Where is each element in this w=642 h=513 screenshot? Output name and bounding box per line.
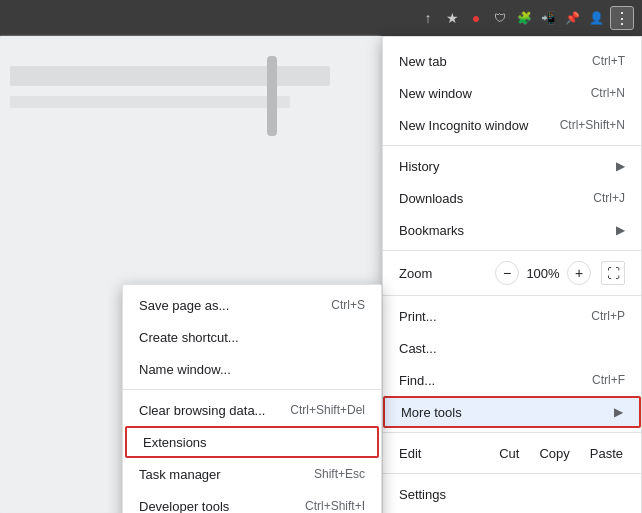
create-shortcut-label: Create shortcut... <box>139 330 365 345</box>
menu-item-new-window[interactable]: New window Ctrl+N <box>383 77 641 109</box>
menu-item-new-tab[interactable]: New tab Ctrl+T <box>383 45 641 77</box>
chrome-menu-button[interactable]: ⋮ <box>610 6 634 30</box>
more-tools-submenu: Save page as... Ctrl+S Create shortcut..… <box>122 284 382 513</box>
developer-tools-shortcut: Ctrl+Shift+I <box>305 499 365 513</box>
submenu-item-save-page[interactable]: Save page as... Ctrl+S <box>123 289 381 321</box>
save-page-shortcut: Ctrl+S <box>331 298 365 312</box>
menu-item-history[interactable]: History ▶ <box>383 150 641 182</box>
find-label: Find... <box>399 373 584 388</box>
cast-label: Cast... <box>399 341 625 356</box>
page-content-bar1 <box>10 66 330 86</box>
menu-item-settings[interactable]: Settings <box>383 478 641 510</box>
task-manager-label: Task manager <box>139 467 306 482</box>
edit-label: Edit <box>391 446 489 461</box>
task-manager-shortcut: Shift+Esc <box>314 467 365 481</box>
bookmarks-arrow: ▶ <box>616 223 625 237</box>
submenu-divider <box>123 389 381 390</box>
page-area: New tab Ctrl+T New window Ctrl+N New Inc… <box>0 36 642 513</box>
save-page-label: Save page as... <box>139 298 323 313</box>
fullscreen-icon: ⛶ <box>607 266 620 281</box>
new-window-shortcut: Ctrl+N <box>591 86 625 100</box>
history-arrow: ▶ <box>616 159 625 173</box>
zoom-out-button[interactable]: − <box>495 261 519 285</box>
edit-row: Edit Cut Copy Paste <box>383 437 641 469</box>
profile-circle-icon[interactable]: 👤 <box>586 8 606 28</box>
more-tools-label: More tools <box>401 405 610 420</box>
clear-browsing-shortcut: Ctrl+Shift+Del <box>290 403 365 417</box>
bookmark-icon[interactable]: ★ <box>442 8 462 28</box>
menu-item-cast[interactable]: Cast... <box>383 332 641 364</box>
profile-icon-red[interactable]: ● <box>466 8 486 28</box>
extensions-label: Extensions <box>143 435 361 450</box>
menu-item-downloads[interactable]: Downloads Ctrl+J <box>383 182 641 214</box>
zoom-row: Zoom − 100% + ⛶ <box>383 255 641 291</box>
plus-icon: + <box>575 265 583 281</box>
phone-icon[interactable]: 📲 <box>538 8 558 28</box>
menu-section-zoom: Zoom − 100% + ⛶ <box>383 251 641 296</box>
menu-item-more-tools[interactable]: More tools ▶ <box>383 396 641 428</box>
submenu-item-name-window[interactable]: Name window... <box>123 353 381 385</box>
media-icon[interactable]: 📌 <box>562 8 582 28</box>
incognito-shortcut: Ctrl+Shift+N <box>560 118 625 132</box>
menu-section-edit: Edit Cut Copy Paste <box>383 433 641 474</box>
zoom-in-button[interactable]: + <box>567 261 591 285</box>
print-shortcut: Ctrl+P <box>591 309 625 323</box>
copy-button[interactable]: Copy <box>529 442 579 465</box>
submenu-item-clear-browsing[interactable]: Clear browsing data... Ctrl+Shift+Del <box>123 394 381 426</box>
cut-label: Cut <box>499 446 519 461</box>
scrollbar[interactable] <box>267 56 277 136</box>
clear-browsing-label: Clear browsing data... <box>139 403 282 418</box>
minus-icon: − <box>503 265 511 281</box>
cut-button[interactable]: Cut <box>489 442 529 465</box>
submenu-item-developer-tools[interactable]: Developer tools Ctrl+Shift+I <box>123 490 381 513</box>
bookmarks-label: Bookmarks <box>399 223 612 238</box>
menu-section-new: New tab Ctrl+T New window Ctrl+N New Inc… <box>383 41 641 146</box>
incognito-label: New Incognito window <box>399 118 552 133</box>
copy-label: Copy <box>539 446 569 461</box>
zoom-label: Zoom <box>399 266 495 281</box>
puzzle-icon[interactable]: 🧩 <box>514 8 534 28</box>
menu-section-history: History ▶ Downloads Ctrl+J Bookmarks ▶ <box>383 146 641 251</box>
shield-icon[interactable]: 🛡 <box>490 8 510 28</box>
more-tools-arrow: ▶ <box>614 405 623 419</box>
page-content-bar2 <box>10 96 290 108</box>
submenu-item-task-manager[interactable]: Task manager Shift+Esc <box>123 458 381 490</box>
print-label: Print... <box>399 309 583 324</box>
zoom-controls: − 100% + ⛶ <box>495 261 625 285</box>
paste-label: Paste <box>590 446 623 461</box>
menu-item-find[interactable]: Find... Ctrl+F <box>383 364 641 396</box>
submenu-item-extensions[interactable]: Extensions <box>125 426 379 458</box>
downloads-shortcut: Ctrl+J <box>593 191 625 205</box>
settings-label: Settings <box>399 487 625 502</box>
menu-item-incognito[interactable]: New Incognito window Ctrl+Shift+N <box>383 109 641 141</box>
three-dots-icon: ⋮ <box>614 9 630 28</box>
menu-item-print[interactable]: Print... Ctrl+P <box>383 300 641 332</box>
chrome-menu: New tab Ctrl+T New window Ctrl+N New Inc… <box>382 36 642 513</box>
new-window-label: New window <box>399 86 583 101</box>
new-tab-shortcut: Ctrl+T <box>592 54 625 68</box>
menu-item-bookmarks[interactable]: Bookmarks ▶ <box>383 214 641 246</box>
developer-tools-label: Developer tools <box>139 499 297 514</box>
paste-button[interactable]: Paste <box>580 442 633 465</box>
menu-section-tools: Print... Ctrl+P Cast... Find... Ctrl+F M… <box>383 296 641 433</box>
toolbar-icons: ↑ ★ ● 🛡 🧩 📲 📌 👤 ⋮ <box>418 6 634 30</box>
history-label: History <box>399 159 612 174</box>
zoom-value: 100% <box>525 266 561 281</box>
name-window-label: Name window... <box>139 362 365 377</box>
submenu-item-create-shortcut[interactable]: Create shortcut... <box>123 321 381 353</box>
menu-section-settings: Settings Help ▶ <box>383 474 641 513</box>
new-tab-label: New tab <box>399 54 584 69</box>
fullscreen-button[interactable]: ⛶ <box>601 261 625 285</box>
downloads-label: Downloads <box>399 191 585 206</box>
browser-toolbar: ↑ ★ ● 🛡 🧩 📲 📌 👤 ⋮ <box>0 0 642 36</box>
find-shortcut: Ctrl+F <box>592 373 625 387</box>
share-icon[interactable]: ↑ <box>418 8 438 28</box>
